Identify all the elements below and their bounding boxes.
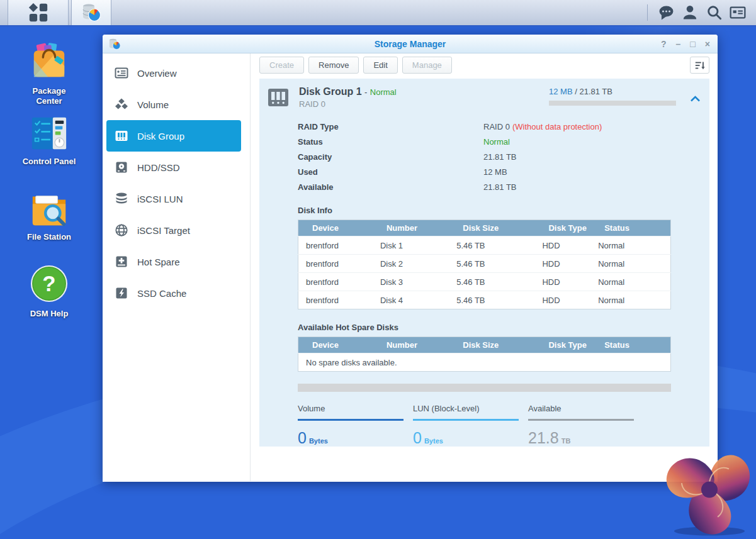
raid-warning: (Without data protection) [512,122,602,131]
detail-row: Capacity 21.81 TB [298,149,671,164]
volume-icon [115,97,128,111]
desktop-icon-label: DSM Help [19,309,79,319]
package-center-icon [30,42,69,81]
allocation-bar [298,384,671,392]
allocation-stats: Volume 0Bytes LUN (Block-Level) 0Bytes A… [298,404,671,447]
storage-manager-window: Storage Manager ? – □ × [103,35,718,482]
table-row[interactable]: brentford Disk 4 5.46 TB HDD Normal [298,291,671,309]
status-value: Normal [483,137,510,147]
file-station-icon [30,190,69,226]
desktop-icon-label: Package Center [19,86,79,107]
content-area: Create Remove Edit Manage [251,53,718,481]
desktop-icon-control-panel[interactable]: Control Panel [19,116,79,167]
window-titlebar[interactable]: Storage Manager ? – □ × [103,35,718,53]
table-row[interactable]: brentford Disk 3 5.46 TB HDD Normal [298,273,671,291]
sort-icon [694,60,706,71]
table-row[interactable]: brentford Disk 2 5.46 TB HDD Normal [298,255,671,273]
sidebar: Overview Volume [103,53,251,481]
storage-manager-task-button[interactable] [71,0,111,25]
create-button[interactable]: Create [259,57,304,74]
pilot-view-button[interactable] [726,0,750,25]
search-button[interactable] [702,0,726,25]
sidebar-item-label: Hot Spare [137,257,180,267]
notifications-icon [658,4,675,21]
table-header-row: Device Number Disk Size Disk Type Status [298,337,671,353]
window-title: Storage Manager [103,39,718,49]
disk-group-title: Disk Group 1 [299,86,362,97]
pilot-view-icon [729,4,747,21]
sidebar-item-label: SSD Cache [137,288,186,299]
hot-spare-table: Device Number Disk Size Disk Type Status… [298,336,671,372]
taskbar-divider [647,4,648,21]
hot-spare-icon [115,255,128,269]
stat-lun: LUN (Block-Level) 0Bytes [413,404,519,447]
iscsi-target-icon [115,223,128,237]
stat-underline [528,419,634,421]
kitguru-watermark [662,440,756,539]
disk-info-title: Disk Info [298,206,671,215]
desktop-icon-file-station[interactable]: File Station [19,190,79,242]
dsm-help-icon: ? [30,264,69,303]
sidebar-item-ssd-cache[interactable]: SSD Cache [106,277,241,309]
main-menu-button[interactable] [8,0,69,25]
usage-total: 21.81 TB [579,87,612,96]
collapse-button[interactable] [690,94,701,105]
maximize-button[interactable]: □ [690,40,695,48]
detail-row: Used 12 MB [298,164,671,179]
taskbar-tray [647,0,756,25]
help-button[interactable]: ? [661,40,667,48]
desktop-icon-label: File Station [19,232,79,242]
edit-button[interactable]: Edit [363,57,397,74]
toolbar: Create Remove Edit Manage [251,53,718,77]
sidebar-item-iscsi-lun[interactable]: iSCSI LUN [106,183,241,214]
usage-block: 12 MB / 21.81 TB [549,87,676,106]
sidebar-item-iscsi-target[interactable]: iSCSI Target [106,214,241,246]
hot-spare-title: Available Hot Spare Disks [298,323,671,332]
sidebar-item-hot-spare[interactable]: Hot Spare [106,246,241,277]
table-header-row: Device Number Disk Size Disk Type Status [298,220,671,236]
sort-button[interactable] [690,57,709,74]
detail-row: Available 21.81 TB [298,179,671,194]
user-icon [682,4,698,21]
sidebar-item-label: Disk Group [137,131,184,142]
disk-group-title-block: Disk Group 1 - Normal RAID 0 [299,86,397,109]
desktop-icon-package-center[interactable]: Package Center [19,42,79,107]
minimize-button[interactable]: – [676,40,681,48]
main-menu-icon [28,2,49,23]
disk-group-icon [115,129,128,143]
overview-icon [115,66,128,80]
close-button[interactable]: × [705,40,710,48]
sidebar-item-hdd-ssd[interactable]: HDD/SSD [106,152,241,183]
control-panel-icon [30,116,69,151]
stat-underline [413,419,519,421]
remove-button[interactable]: Remove [308,57,359,74]
sidebar-item-overview[interactable]: Overview [106,57,241,89]
disk-group-details: RAID Type RAID 0 (Without data protectio… [298,119,671,194]
empty-row: No spare disks available. [298,353,671,372]
sidebar-item-disk-group[interactable]: Disk Group [106,120,241,152]
table-row[interactable]: brentford Disk 1 5.46 TB HDD Normal [298,236,671,255]
search-icon [706,4,723,21]
taskbar [0,0,756,26]
disk-group-panel: Disk Group 1 - Normal RAID 0 12 MB / 21.… [259,79,709,447]
disk-group-bays-icon [267,86,290,109]
sidebar-item-label: iSCSI LUN [137,194,183,204]
usage-bar [549,101,676,106]
desktop-icon-label: Control Panel [19,157,79,167]
desktop-icon-dsm-help[interactable]: ? DSM Help [19,264,79,319]
disk-group-raid-type: RAID 0 [299,99,397,109]
sidebar-item-label: iSCSI Target [137,225,190,236]
manage-button[interactable]: Manage [402,57,452,74]
stat-available: Available 21.8TB [528,404,634,447]
disk-group-header[interactable]: Disk Group 1 - Normal RAID 0 12 MB / 21.… [259,86,709,109]
stat-volume: Volume 0Bytes [298,404,403,447]
window-controls: ? – □ × [661,35,710,53]
user-menu-button[interactable] [678,0,702,25]
no-spare-disks-message: No spare disks available. [298,353,671,372]
notifications-button[interactable] [654,0,678,25]
iscsi-lun-icon [115,192,128,206]
sidebar-item-volume[interactable]: Volume [106,89,241,120]
chevron-up-icon [690,95,701,103]
stat-underline [298,419,403,421]
ssd-cache-icon [115,286,128,300]
